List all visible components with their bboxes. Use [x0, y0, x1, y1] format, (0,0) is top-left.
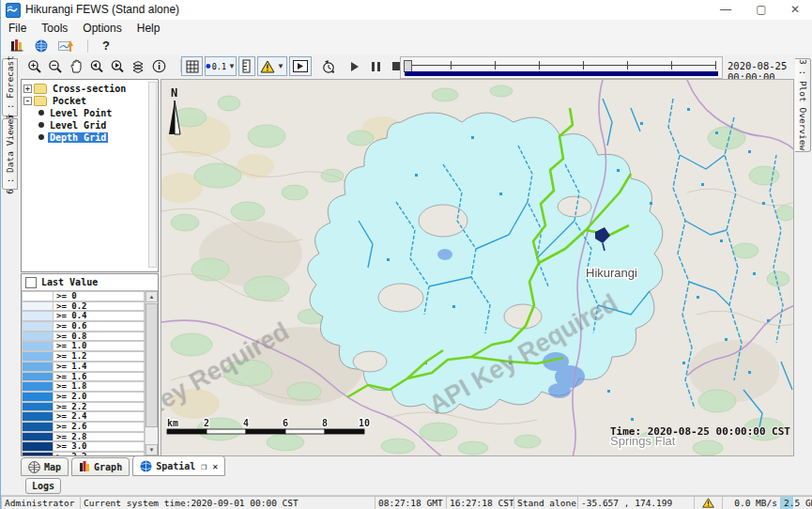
legend-color-swatch — [22, 301, 54, 312]
legend-row[interactable]: >= 2.6 — [22, 422, 145, 432]
zoom-out-button[interactable] — [46, 56, 65, 76]
legend-class-label: >= 0.6 — [54, 321, 145, 332]
scroll-down-icon[interactable]: ▼ — [146, 444, 158, 455]
zoom-previous-button[interactable] — [87, 56, 106, 76]
tab-map[interactable]: Map — [21, 457, 69, 476]
pause-icon — [372, 62, 380, 71]
status-warning-cell[interactable] — [694, 496, 722, 509]
legend-row[interactable]: >= 2.0 — [22, 392, 145, 402]
pause-button[interactable] — [367, 56, 384, 76]
legend-class-label: >= 2.6 — [54, 422, 145, 432]
node-bullet-icon — [38, 110, 44, 116]
menu-bar: File Tools Options Help — [1, 20, 812, 37]
legend-class-label: >= 1.8 — [54, 381, 145, 392]
map-canvas: API Key Required API Key Required Hikura… — [161, 80, 794, 456]
menu-tools[interactable]: Tools — [38, 21, 75, 36]
legend-color-swatch — [22, 311, 54, 321]
menu-help[interactable]: Help — [133, 21, 168, 36]
legend-color-swatch — [22, 422, 54, 432]
menu-file[interactable]: File — [5, 21, 34, 36]
legend-class-label: >= 3.0 — [54, 441, 145, 452]
logs-tab[interactable]: Logs — [25, 478, 61, 494]
left-tab-strip: 5 : Forecast 6 : Data Viewer — [1, 54, 20, 456]
window-title: Hikurangi FEWS (Stand alone) — [25, 3, 179, 16]
tree-item-level-point[interactable]: Level Point — [23, 107, 156, 118]
legend-row[interactable]: >= 0.6 — [22, 321, 145, 332]
legend-row[interactable]: >= 3.0 — [22, 441, 145, 452]
interval-value: 0.1 — [212, 62, 226, 71]
minimize-button[interactable]: — — [710, 0, 742, 20]
tree-item-cross-section[interactable]: + Cross-section — [23, 83, 156, 94]
legend-color-swatch — [22, 402, 54, 412]
legend-class-label: >= 3.2 — [54, 452, 145, 455]
time-slider[interactable] — [400, 56, 723, 79]
zoom-forward-icon — [110, 59, 125, 74]
legend-color-swatch — [22, 452, 54, 455]
zoom-in-button[interactable] — [25, 56, 44, 76]
tree-item-level-grid[interactable]: Level Grid — [23, 119, 156, 131]
expand-icon[interactable]: + — [23, 85, 32, 93]
legend-row[interactable]: >= 1.6 — [22, 372, 145, 382]
chevron-down-icon: ▼ — [277, 62, 284, 70]
time-span-bar — [405, 71, 718, 76]
legend-row[interactable]: >= 2.8 — [22, 432, 145, 442]
tab-graph[interactable]: Graph — [71, 457, 130, 476]
legend-row[interactable]: >= 1.2 — [22, 351, 145, 362]
legend-row[interactable]: >= 2.4 — [22, 411, 145, 422]
pan-button[interactable] — [67, 56, 85, 76]
time-settings-button[interactable] — [318, 56, 339, 76]
menu-options[interactable]: Options — [79, 21, 129, 36]
last-value-checkbox[interactable] — [25, 277, 37, 288]
legend-class-label: >= 2.2 — [54, 402, 145, 412]
scroll-up-icon[interactable]: ▲ — [146, 291, 158, 302]
bar-chart-icon — [79, 461, 90, 472]
tab-spatial[interactable]: Spatial ❐ ✕ — [132, 455, 225, 476]
spatial-map-view[interactable]: API Key Required API Key Required Hikura… — [161, 79, 794, 456]
spatial-display-button[interactable] — [31, 38, 52, 54]
layers-button[interactable] — [129, 56, 147, 76]
collapse-icon[interactable]: - — [23, 97, 32, 105]
legend-row[interactable]: >= 0.4 — [22, 311, 145, 321]
tab-maximize-icon[interactable]: ❐ — [201, 461, 207, 471]
thresholds-dropdown[interactable]: ▼ — [257, 56, 287, 76]
status-local-time: 16:27:18 CST — [446, 496, 513, 509]
sidebar-tab-data-viewer[interactable]: 6 : Data Viewer — [2, 118, 18, 190]
app-logo-icon — [6, 3, 21, 18]
time-series-display-button[interactable] — [7, 38, 27, 54]
legend-ruler-button[interactable] — [238, 56, 255, 76]
legend-row[interactable]: >= 1.4 — [22, 362, 145, 372]
profile-display-button[interactable] — [55, 38, 76, 54]
zoom-next-button[interactable] — [108, 56, 127, 76]
legend-row[interactable]: >= 1.0 — [22, 341, 145, 351]
legend-row[interactable]: >= 0.2 — [22, 301, 145, 312]
status-user: Administrator — [1, 496, 80, 509]
info-button[interactable] — [149, 56, 168, 76]
legend-row[interactable]: >= 2.2 — [22, 402, 145, 412]
class-break-interval-dropdown[interactable]: 0.1 ▼ — [205, 56, 237, 76]
legend-row[interactable]: >= 1.8 — [22, 381, 145, 392]
svg-text:km: km — [167, 418, 178, 428]
help-button[interactable]: ? — [96, 38, 116, 54]
tree-item-pocket[interactable]: - Pocket — [23, 95, 156, 106]
legend-row[interactable]: >= 3.2 — [22, 452, 145, 455]
close-button[interactable]: ✕ — [779, 0, 811, 20]
scrollbar-thumb[interactable] — [146, 303, 158, 427]
legend-color-swatch — [22, 332, 54, 342]
play-icon — [351, 62, 359, 71]
legend-class-label: >= 1.2 — [54, 351, 145, 362]
legend-row[interactable]: >= 0.8 — [22, 332, 145, 342]
sidebar-tab-forecast[interactable]: 5 : Forecast — [2, 58, 18, 116]
globe-icon — [35, 39, 48, 53]
legend-color-swatch — [22, 432, 54, 442]
play-button[interactable] — [346, 56, 363, 76]
animation-dialog-button[interactable] — [289, 56, 312, 76]
legend-scrollbar[interactable]: ▲ ▼ — [145, 291, 158, 455]
tree-item-depth-grid[interactable]: Depth Grid — [23, 131, 156, 143]
maximize-button[interactable]: ▢ — [745, 0, 777, 20]
tab-close-icon[interactable]: ✕ — [212, 461, 218, 471]
sidebar-tab-plot-overview[interactable]: 3 : Plot Overview — [795, 58, 811, 152]
grid-display-button[interactable] — [181, 56, 203, 76]
clock-icon — [321, 59, 336, 74]
legend-row[interactable]: >= 0 — [22, 291, 145, 301]
tree-scrollbar[interactable] — [148, 82, 157, 268]
